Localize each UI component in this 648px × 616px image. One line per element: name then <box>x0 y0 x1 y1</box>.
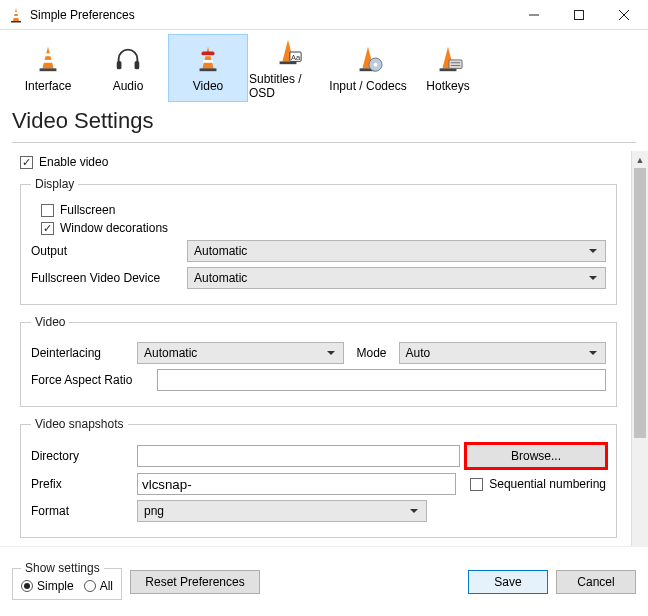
prefix-input[interactable] <box>137 473 456 495</box>
headphones-icon <box>113 44 143 77</box>
svg-rect-5 <box>574 10 583 19</box>
radio-icon <box>21 580 33 592</box>
directory-label: Directory <box>31 449 131 463</box>
display-group: Display Fullscreen Window decorations Ou… <box>20 177 617 305</box>
checkbox-icon <box>470 478 483 491</box>
scroll-thumb[interactable] <box>634 168 646 438</box>
svg-rect-13 <box>135 60 140 68</box>
category-tabbar: Interface Audio Video Aa Subtitles / OSD… <box>0 30 648 102</box>
show-all-radio[interactable]: All <box>84 579 113 593</box>
cone-text-icon: Aa <box>273 37 303 70</box>
mode-combo[interactable]: Auto <box>399 342 606 364</box>
output-combo[interactable]: Automatic <box>187 240 606 262</box>
force-aspect-input[interactable] <box>157 369 606 391</box>
checkbox-label: Fullscreen <box>60 203 115 217</box>
svg-rect-9 <box>44 53 52 56</box>
enable-video-checkbox[interactable]: Enable video <box>20 155 617 169</box>
fullscreen-checkbox[interactable]: Fullscreen <box>41 203 606 217</box>
deinterlacing-combo[interactable]: Automatic <box>137 342 344 364</box>
show-simple-radio[interactable]: Simple <box>21 579 74 593</box>
cone-icon <box>33 44 63 77</box>
force-aspect-label: Force Aspect Ratio <box>31 373 151 387</box>
directory-input[interactable] <box>137 445 460 467</box>
tab-subtitles[interactable]: Aa Subtitles / OSD <box>248 34 328 102</box>
page-title: Video Settings <box>0 102 648 138</box>
group-legend: Video <box>31 315 69 329</box>
svg-text:Aa: Aa <box>291 52 301 61</box>
svg-rect-1 <box>14 12 18 14</box>
show-settings-group: Show settings Simple All <box>12 561 122 600</box>
tab-hotkeys[interactable]: Hotkeys <box>408 34 488 102</box>
combo-value: Automatic <box>144 346 197 360</box>
svg-point-26 <box>374 62 378 66</box>
browse-button[interactable]: Browse... <box>466 444 606 468</box>
checkbox-icon <box>41 222 54 235</box>
cone-keyboard-icon <box>433 44 463 77</box>
fullscreen-device-label: Fullscreen Video Device <box>31 271 181 285</box>
svg-rect-2 <box>14 16 19 18</box>
settings-content: Enable video Display Fullscreen Window d… <box>0 151 631 571</box>
output-label: Output <box>31 244 181 258</box>
svg-rect-16 <box>203 59 212 62</box>
radio-icon <box>84 580 96 592</box>
checkbox-label: Window decorations <box>60 221 168 235</box>
checkbox-icon <box>20 156 33 169</box>
deinterlacing-label: Deinterlacing <box>31 346 131 360</box>
sequential-numbering-checkbox[interactable]: Sequential numbering <box>470 477 606 491</box>
window-title: Simple Preferences <box>30 8 511 22</box>
divider <box>12 142 636 143</box>
svg-rect-3 <box>11 21 21 23</box>
snapshots-group: Video snapshots Directory Browse... Pref… <box>20 417 617 538</box>
combo-value: Auto <box>406 346 431 360</box>
svg-marker-0 <box>13 8 19 21</box>
titlebar: Simple Preferences <box>0 0 648 30</box>
radio-label: All <box>100 579 113 593</box>
maximize-button[interactable] <box>556 0 601 29</box>
svg-rect-11 <box>40 68 57 71</box>
reset-preferences-button[interactable]: Reset Preferences <box>130 570 260 594</box>
group-legend: Video snapshots <box>31 417 128 431</box>
group-legend: Show settings <box>21 561 104 575</box>
svg-rect-29 <box>449 59 462 67</box>
tab-input-codecs[interactable]: Input / Codecs <box>328 34 408 102</box>
tab-interface[interactable]: Interface <box>8 34 88 102</box>
combo-value: png <box>144 504 164 518</box>
vlc-app-icon <box>8 7 24 23</box>
svg-marker-14 <box>202 46 213 68</box>
combo-value: Automatic <box>194 244 247 258</box>
scroll-track[interactable] <box>632 168 648 554</box>
svg-rect-18 <box>201 51 214 55</box>
tab-label: Audio <box>113 79 144 93</box>
vertical-scrollbar[interactable]: ▲ ▼ <box>631 151 648 571</box>
scroll-up-arrow[interactable]: ▲ <box>632 151 648 168</box>
format-combo[interactable]: png <box>137 500 427 522</box>
svg-rect-17 <box>200 68 217 71</box>
checkbox-label: Sequential numbering <box>489 477 606 491</box>
mode-label: Mode <box>350 346 392 360</box>
group-legend: Display <box>31 177 78 191</box>
tab-label: Input / Codecs <box>329 79 406 93</box>
window-decorations-checkbox[interactable]: Window decorations <box>41 221 606 235</box>
tab-video[interactable]: Video <box>168 34 248 102</box>
prefix-label: Prefix <box>31 477 131 491</box>
svg-marker-8 <box>42 46 53 68</box>
tab-audio[interactable]: Audio <box>88 34 168 102</box>
tab-label: Hotkeys <box>426 79 469 93</box>
fullscreen-device-combo[interactable]: Automatic <box>187 267 606 289</box>
svg-rect-12 <box>117 60 122 68</box>
footer: Show settings Simple All Reset Preferenc… <box>0 546 648 616</box>
cone-disc-icon <box>353 44 383 77</box>
tab-label: Video <box>193 79 223 93</box>
radio-label: Simple <box>37 579 74 593</box>
video-group: Video Deinterlacing Automatic Mode Auto … <box>20 315 617 407</box>
save-button[interactable]: Save <box>468 570 548 594</box>
tab-label: Subtitles / OSD <box>249 72 327 100</box>
svg-rect-10 <box>43 59 52 62</box>
minimize-button[interactable] <box>511 0 556 29</box>
cancel-button[interactable]: Cancel <box>556 570 636 594</box>
combo-value: Automatic <box>194 271 247 285</box>
checkbox-label: Enable video <box>39 155 108 169</box>
checkbox-icon <box>41 204 54 217</box>
format-label: Format <box>31 504 131 518</box>
close-button[interactable] <box>601 0 646 29</box>
